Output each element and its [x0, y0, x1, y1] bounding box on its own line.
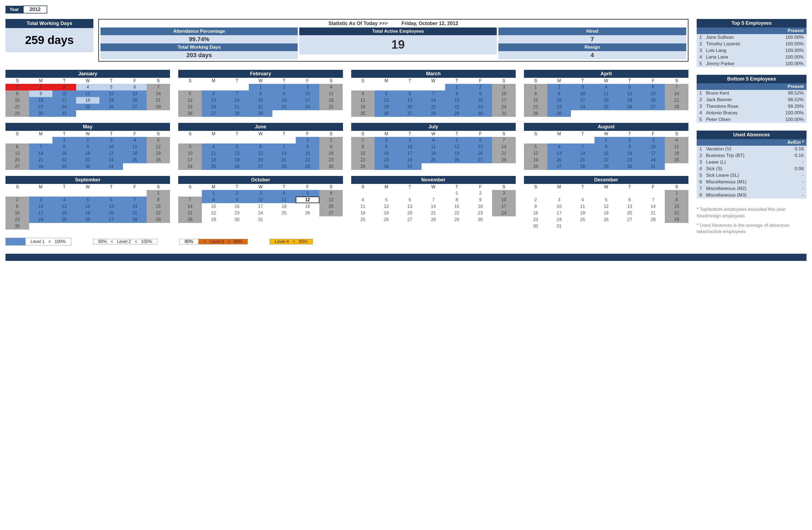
- calendar-day[interactable]: 13: [202, 97, 226, 103]
- calendar-day[interactable]: 3: [492, 190, 516, 197]
- calendar-day[interactable]: 26: [76, 217, 100, 223]
- calendar-day[interactable]: 17: [492, 203, 516, 210]
- calendar-day[interactable]: 23: [375, 157, 398, 163]
- calendar-day[interactable]: 25: [272, 210, 296, 217]
- calendar-day[interactable]: 2: [524, 197, 548, 203]
- calendar-day[interactable]: 10: [492, 90, 516, 97]
- calendar-day[interactable]: 27: [99, 217, 123, 223]
- calendar-day[interactable]: 7: [571, 143, 595, 150]
- calendar-day[interactable]: 7: [665, 84, 688, 90]
- calendar-day[interactable]: 21: [421, 210, 445, 217]
- calendar-day[interactable]: 21: [225, 103, 249, 110]
- calendar-day[interactable]: 7: [492, 137, 516, 143]
- calendar-day[interactable]: 11: [319, 90, 343, 97]
- calendar-day[interactable]: 29: [665, 217, 688, 223]
- calendar-day[interactable]: 21: [29, 157, 53, 163]
- calendar-day[interactable]: 28: [178, 217, 202, 223]
- calendar-day[interactable]: 22: [5, 103, 29, 110]
- calendar-day[interactable]: 8: [5, 90, 29, 97]
- calendar-day[interactable]: 18: [202, 157, 226, 163]
- calendar-day[interactable]: 1: [249, 84, 272, 90]
- calendar-day[interactable]: 17: [178, 157, 202, 163]
- calendar-day[interactable]: 19: [595, 210, 618, 217]
- calendar-day[interactable]: 14: [665, 90, 688, 97]
- calendar-day[interactable]: 21: [178, 210, 202, 217]
- calendar-day[interactable]: 18: [319, 97, 343, 103]
- calendar-day[interactable]: 4: [272, 190, 296, 197]
- calendar-day[interactable]: 22: [595, 157, 618, 163]
- calendar-day[interactable]: 3: [178, 143, 202, 150]
- calendar-day[interactable]: 12: [375, 203, 398, 210]
- calendar-day[interactable]: 13: [641, 90, 665, 97]
- calendar-day[interactable]: 17: [547, 210, 571, 217]
- calendar-day[interactable]: 1: [445, 84, 469, 90]
- calendar-day[interactable]: 28: [29, 163, 53, 170]
- calendar-day[interactable]: 5: [76, 197, 100, 203]
- calendar-day[interactable]: 28: [123, 217, 147, 223]
- calendar-day[interactable]: 9: [469, 197, 492, 203]
- calendar-day[interactable]: 17: [571, 97, 595, 103]
- calendar-day[interactable]: 8: [249, 90, 272, 97]
- calendar-day[interactable]: 14: [641, 203, 665, 210]
- calendar-day[interactable]: 28: [225, 110, 249, 117]
- calendar-day[interactable]: 9: [29, 90, 53, 97]
- calendar-day[interactable]: 21: [147, 97, 170, 103]
- calendar-day[interactable]: 9: [319, 143, 343, 150]
- calendar-day[interactable]: 21: [571, 157, 595, 163]
- calendar-day[interactable]: 27: [123, 103, 147, 110]
- calendar-day[interactable]: 30: [547, 110, 571, 117]
- calendar-day[interactable]: 7: [123, 197, 147, 203]
- calendar-day[interactable]: 19: [147, 150, 170, 157]
- calendar-day[interactable]: 28: [665, 103, 688, 110]
- calendar-day[interactable]: 8: [53, 143, 76, 150]
- calendar-day[interactable]: 8: [202, 197, 226, 203]
- calendar-day[interactable]: 22: [445, 103, 469, 110]
- calendar-day[interactable]: 25: [351, 217, 375, 223]
- calendar-day[interactable]: 13: [319, 197, 343, 203]
- calendar-day[interactable]: 1: [53, 137, 76, 143]
- calendar-day[interactable]: 3: [547, 197, 571, 203]
- calendar-day[interactable]: 24: [29, 217, 53, 223]
- calendar-day[interactable]: 18: [53, 210, 76, 217]
- calendar-day[interactable]: 24: [99, 157, 123, 163]
- calendar-day[interactable]: 5: [296, 190, 319, 197]
- calendar-day[interactable]: 1: [665, 190, 688, 197]
- calendar-day[interactable]: 27: [398, 217, 422, 223]
- calendar-day[interactable]: 8: [445, 197, 469, 203]
- calendar-day[interactable]: 23: [225, 210, 249, 217]
- calendar-day[interactable]: 28: [641, 217, 665, 223]
- calendar-day[interactable]: 12: [147, 143, 170, 150]
- calendar-day[interactable]: 3: [571, 84, 595, 90]
- calendar-day[interactable]: 9: [618, 143, 641, 150]
- calendar-day[interactable]: 15: [445, 203, 469, 210]
- calendar-day[interactable]: 17: [29, 210, 53, 217]
- calendar-day[interactable]: 9: [272, 90, 296, 97]
- calendar-day[interactable]: 10: [641, 143, 665, 150]
- calendar-day[interactable]: 26: [147, 157, 170, 163]
- calendar-day[interactable]: 31: [492, 110, 516, 117]
- calendar-day[interactable]: 2: [547, 84, 571, 90]
- calendar-day[interactable]: 3: [492, 84, 516, 90]
- calendar-day[interactable]: 16: [272, 97, 296, 103]
- calendar-day[interactable]: 14: [571, 150, 595, 157]
- calendar-day[interactable]: 11: [351, 97, 375, 103]
- calendar-day[interactable]: 29: [524, 110, 548, 117]
- calendar-day[interactable]: 17: [296, 97, 319, 103]
- calendar-day[interactable]: 11: [202, 150, 226, 157]
- calendar-day[interactable]: 19: [178, 103, 202, 110]
- calendar-day[interactable]: 12: [178, 97, 202, 103]
- calendar-day[interactable]: 12: [524, 150, 548, 157]
- calendar-day[interactable]: 7: [641, 197, 665, 203]
- calendar-day[interactable]: 23: [524, 217, 548, 223]
- calendar-day[interactable]: 23: [469, 103, 492, 110]
- calendar-day[interactable]: 15: [249, 97, 272, 103]
- calendar-day[interactable]: 27: [202, 110, 226, 117]
- calendar-day[interactable]: 2: [469, 190, 492, 197]
- calendar-day[interactable]: 17: [641, 150, 665, 157]
- calendar-day[interactable]: 27: [398, 110, 422, 117]
- calendar-day[interactable]: 22: [249, 103, 272, 110]
- calendar-day[interactable]: 26: [595, 217, 618, 223]
- calendar-day[interactable]: 23: [319, 157, 343, 163]
- calendar-day[interactable]: 15: [445, 97, 469, 103]
- calendar-day[interactable]: 31: [249, 217, 272, 223]
